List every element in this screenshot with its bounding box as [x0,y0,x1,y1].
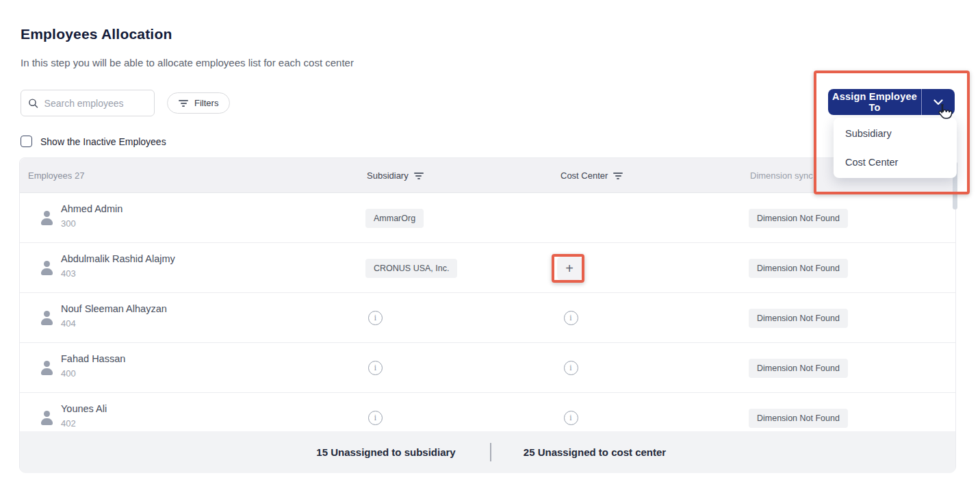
subsidiary-cell: i [365,343,383,393]
table-row: Abdulmalik Rashid Alajmy403CRONUS USA, I… [20,243,955,293]
subsidiary-cell: i [365,293,383,343]
page-subtitle: In this step you will be able to allocat… [21,57,354,68]
person-avatar-icon [38,409,55,427]
dimension-status-badge: Dimension Not Found [749,259,848,278]
dimension-sync-cell: Dimension Not Found [749,243,848,293]
show-inactive-row: Show the Inactive Employees [21,136,166,147]
dimension-sync-cell: Dimension Not Found [749,193,848,243]
cost-center-cell: + [528,243,610,293]
employee-name: Younes Ali [61,403,107,414]
employee-number: 300 [61,218,122,229]
employee-number: 404 [61,318,167,329]
assign-employee-to-button[interactable]: Assign Employee To [828,89,955,115]
employee-name: Abdulmalik Rashid Alajmy [61,253,175,264]
search-input-wrapper[interactable] [21,90,155,116]
filter-lines-icon[interactable] [613,173,623,179]
table-row: Younes Ali402iiDimension Not Found [20,393,955,431]
employee-info: Fahad Hassan400 [61,353,125,379]
person-avatar-icon [38,359,55,377]
info-circle-icon[interactable]: i [368,361,383,375]
employees-allocation-page: Employees Allocation In this step you wi… [0,0,980,497]
employee-number: 403 [61,268,175,279]
filters-button[interactable]: Filters [167,92,230,114]
table-header-row: Employees 27 Subsidiary Cost Center Dime… [20,158,955,193]
dimension-status-badge: Dimension Not Found [749,409,848,428]
filter-lines-icon [179,100,188,107]
assign-menu-item-subsidiary[interactable]: Subsidiary [834,119,957,148]
column-header-dimension-sync: Dimension sync [750,158,813,193]
dimension-sync-cell: Dimension Not Found [749,393,848,431]
search-icon [28,97,39,110]
employee-name: Ahmed Admin [61,203,122,214]
subsidiary-cell: i [365,393,383,431]
page-title: Employees Allocation [21,26,172,42]
info-circle-icon[interactable]: i [564,361,578,375]
employee-name: Fahad Hassan [61,353,125,364]
add-cost-center-button[interactable]: + [557,257,582,280]
table-body: Ahmed Admin300AmmarOrgDimension Not Foun… [20,193,955,431]
footer-divider [490,443,491,461]
info-circle-icon[interactable]: i [368,311,383,325]
subsidiary-cell: AmmarOrg [365,193,424,243]
employee-info: Nouf Sleeman Alhayzan404 [61,303,167,329]
column-header-cost-center[interactable]: Cost Center [560,158,623,193]
unassigned-cost-center-count: 25 Unassigned to cost center [524,446,666,458]
cost-center-cell: i [528,293,610,343]
unassigned-subsidiary-count: 15 Unassigned to subsidiary [316,446,455,458]
person-avatar-icon [38,209,55,227]
filters-label: Filters [194,98,218,108]
info-circle-icon[interactable]: i [368,411,383,425]
dimension-status-badge: Dimension Not Found [749,209,848,228]
assign-dropdown-menu: SubsidiaryCost Center [834,118,957,178]
table-footer: 15 Unassigned to subsidiary 25 Unassigne… [20,431,955,473]
employee-info: Ahmed Admin300 [61,203,122,229]
table-row: Ahmed Admin300AmmarOrgDimension Not Foun… [20,193,955,243]
person-avatar-icon [38,259,55,277]
cost-center-cell: i [528,393,610,431]
employee-info: Younes Ali402 [61,403,107,429]
dimension-status-badge: Dimension Not Found [749,359,848,378]
show-inactive-label: Show the Inactive Employees [40,136,166,147]
subsidiary-header-label: Subsidiary [367,170,409,181]
chevron-down-icon[interactable] [922,89,955,115]
employee-info: Abdulmalik Rashid Alajmy403 [61,253,175,279]
dimension-sync-cell: Dimension Not Found [749,293,848,343]
subsidiary-chip[interactable]: CRONUS USA, Inc. [365,259,457,278]
subsidiary-cell: CRONUS USA, Inc. [365,243,457,293]
table-row: Nouf Sleeman Alhayzan404iiDimension Not … [20,293,955,343]
cost-center-cell [528,193,610,243]
assign-menu-item-cost-center[interactable]: Cost Center [834,148,957,177]
cost-center-cell: i [528,343,610,393]
employee-number: 402 [61,418,107,429]
subsidiary-chip[interactable]: AmmarOrg [365,209,424,228]
employee-name: Nouf Sleeman Alhayzan [61,303,167,314]
info-circle-icon[interactable]: i [564,311,578,325]
dimension-status-badge: Dimension Not Found [749,309,848,328]
column-header-employees: Employees 27 [28,158,84,193]
search-input[interactable] [44,98,147,109]
filter-lines-icon[interactable] [414,173,424,179]
cost-center-header-label: Cost Center [560,170,608,181]
dimension-sync-cell: Dimension Not Found [749,343,848,393]
column-header-subsidiary[interactable]: Subsidiary [367,158,424,193]
employee-number: 400 [61,368,125,379]
show-inactive-checkbox[interactable] [21,136,32,147]
info-circle-icon[interactable]: i [564,411,578,425]
employees-table: Employees 27 Subsidiary Cost Center Dime… [19,157,956,472]
person-avatar-icon [38,309,55,327]
assign-button-label: Assign Employee To [828,89,921,115]
table-row: Fahad Hassan400iiDimension Not Found [20,343,955,393]
